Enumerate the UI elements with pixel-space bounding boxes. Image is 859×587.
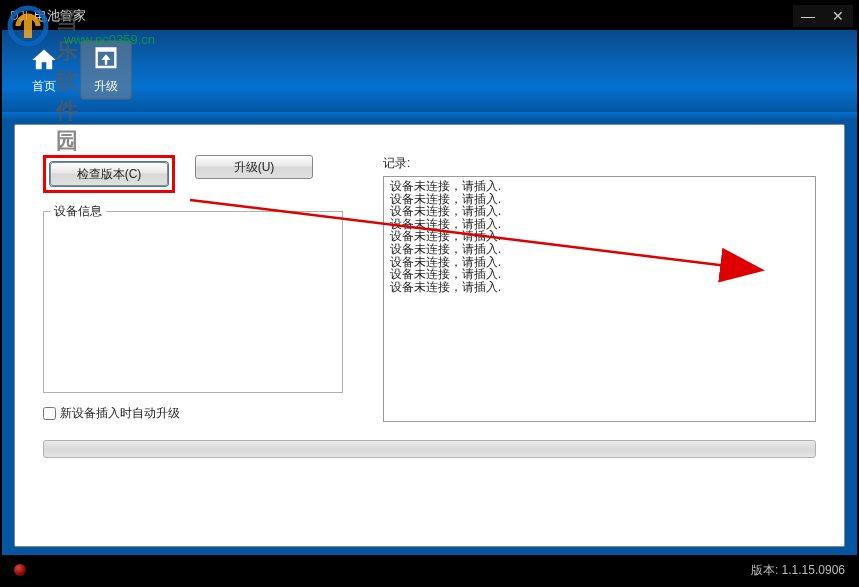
status-indicator-icon (14, 564, 26, 576)
close-button[interactable]: ✕ (823, 5, 853, 27)
window-title: 电池管家 (34, 7, 86, 25)
device-info-label: 设备信息 (50, 203, 106, 220)
home-icon (30, 46, 58, 74)
log-textarea[interactable]: 设备未连接，请插入.设备未连接，请插入.设备未连接，请插入.设备未连接，请插入.… (383, 176, 816, 422)
highlight-annotation: 检查版本(C) (43, 155, 175, 193)
upgrade-button[interactable]: 升级(U) (195, 155, 313, 179)
auto-upgrade-checkbox[interactable] (43, 407, 56, 420)
version-label: 版本: 1.1.15.0906 (751, 562, 845, 579)
check-version-button[interactable]: 检查版本(C) (50, 162, 168, 186)
statusbar: 版本: 1.1.15.0906 (2, 555, 857, 585)
home-tab-label: 首页 (32, 78, 56, 95)
content-area: 检查版本(C) 升级(U) 设备信息 新设备插入时自动升级 记录: 设备未连接，… (2, 112, 857, 555)
titlebar: DJI 电池管家 — ✕ (2, 2, 857, 30)
auto-upgrade-row[interactable]: 新设备插入时自动升级 (43, 405, 343, 422)
toolbar: 首页 升级 (2, 30, 857, 112)
progress-bar (43, 440, 816, 458)
upgrade-tab-label: 升级 (94, 78, 118, 95)
device-info-group: 设备信息 (43, 203, 343, 393)
brand-label: DJI (10, 9, 28, 23)
upgrade-tab[interactable]: 升级 (80, 40, 132, 100)
log-label: 记录: (383, 155, 816, 172)
minimize-button[interactable]: — (793, 5, 823, 27)
auto-upgrade-label: 新设备插入时自动升级 (60, 405, 180, 422)
app-window: DJI 电池管家 — ✕ 首页 升级 (0, 0, 859, 587)
window-controls: — ✕ (793, 5, 853, 27)
main-panel: 检查版本(C) 升级(U) 设备信息 新设备插入时自动升级 记录: 设备未连接，… (14, 124, 845, 547)
upgrade-icon (92, 46, 120, 74)
home-tab[interactable]: 首页 (18, 40, 70, 100)
